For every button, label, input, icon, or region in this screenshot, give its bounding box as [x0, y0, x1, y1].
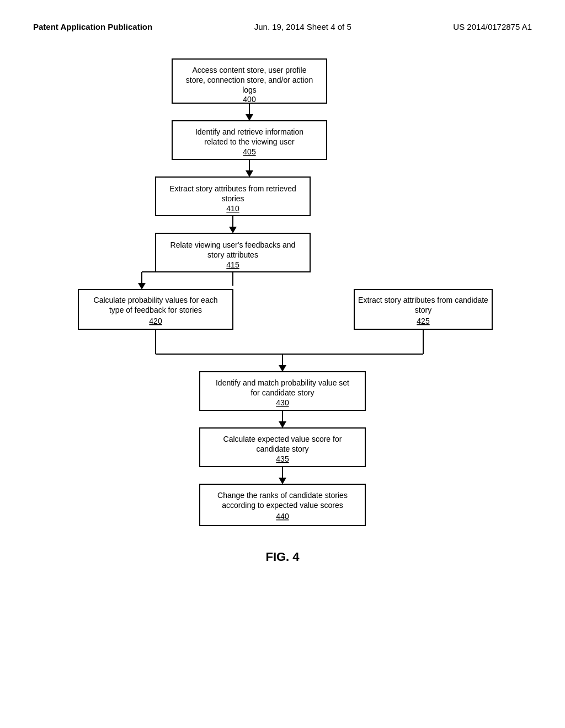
svg-text:415: 415: [226, 260, 239, 269]
svg-marker-46: [279, 421, 286, 428]
header-patent: US 2014/0172875 A1: [453, 22, 532, 31]
header-date: Jun. 19, 2014 Sheet 4 of 5: [254, 22, 351, 31]
svg-marker-6: [246, 114, 253, 121]
svg-text:400: 400: [243, 95, 256, 104]
svg-text:420: 420: [149, 317, 162, 325]
svg-text:for candidate story: for candidate story: [250, 388, 314, 397]
svg-text:FIG. 4: FIG. 4: [265, 550, 300, 564]
svg-text:410: 410: [226, 204, 239, 213]
svg-text:435: 435: [276, 454, 289, 463]
svg-text:stories: stories: [221, 194, 244, 203]
svg-text:story: story: [415, 306, 431, 314]
svg-text:logs: logs: [242, 85, 257, 94]
svg-text:Identify and retrieve informat: Identify and retrieve information: [195, 127, 303, 136]
svg-marker-26: [138, 283, 146, 290]
svg-text:440: 440: [276, 512, 289, 521]
svg-text:Access content store, user pro: Access content store, user profile: [193, 66, 307, 74]
svg-marker-12: [246, 170, 253, 177]
svg-text:candidate story: candidate story: [257, 445, 309, 453]
page-header: Patent Application Publication Jun. 19, …: [0, 0, 565, 42]
svg-text:Identify and match probability: Identify and match probability value set: [216, 378, 349, 387]
svg-text:type of feedback for stories: type of feedback for stories: [109, 306, 202, 314]
svg-marker-52: [279, 478, 286, 484]
diagram-container: Access content store, user profile store…: [45, 42, 520, 651]
header-publication: Patent Application Publication: [33, 22, 152, 31]
svg-text:Calculate probability values f: Calculate probability values for each: [94, 296, 218, 304]
svg-text:425: 425: [417, 317, 430, 325]
svg-marker-18: [229, 227, 237, 233]
svg-text:Extract story attributes from : Extract story attributes from candidate: [358, 296, 488, 304]
svg-text:Change the ranks of candidate : Change the ranks of candidate stories: [217, 491, 348, 500]
svg-text:story attributes: story attributes: [207, 250, 258, 259]
svg-marker-38: [279, 365, 286, 372]
svg-text:405: 405: [243, 147, 256, 156]
svg-text:Extract story attributes from : Extract story attributes from retrieved: [169, 184, 296, 193]
svg-text:store, connection store, and/o: store, connection store, and/or action: [186, 76, 313, 84]
svg-text:430: 430: [276, 398, 289, 407]
svg-text:Relate viewing user's feedback: Relate viewing user's feedbacks and: [170, 240, 296, 249]
svg-text:Calculate expected value score: Calculate expected value score for: [223, 435, 342, 443]
svg-text:according to expected value sc: according to expected value scores: [222, 501, 343, 510]
flowchart-svg: Access content store, user profile store…: [45, 42, 520, 649]
svg-text:related to the viewing user: related to the viewing user: [204, 137, 295, 146]
